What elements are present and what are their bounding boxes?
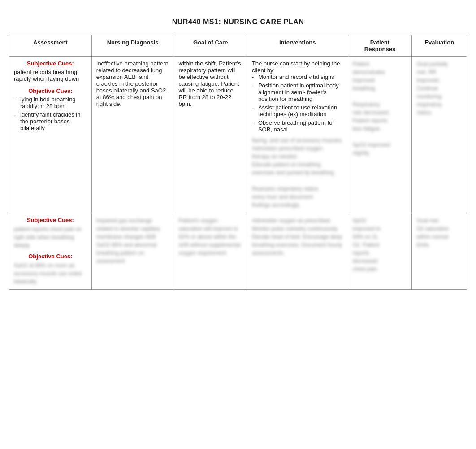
goal-cell-2: Patient's oxygen saturation will improve… (174, 213, 247, 290)
list-item: Assist patient to use relaxation techniq… (252, 104, 343, 118)
evaluation-blurred: Goal partiallymet. RRimproved. Continuem… (416, 60, 462, 117)
subjective-text: patient reports breathing rapidly when l… (14, 69, 79, 82)
list-item: lying in bed breathing rapidly: rr 28 bp… (14, 96, 87, 109)
evaluation-cell: Goal partiallymet. RRimproved. Continuem… (412, 57, 467, 213)
subjective-label: Subjective Cues: (14, 60, 87, 67)
evaluation-cell-2: Goal met.O2 saturationwithin normallimit… (412, 213, 467, 290)
objective-text-2-blurred: SaO2 at 86% on room air, accessory muscl… (14, 262, 87, 286)
subjective-label-2: Subjective Cues: (14, 217, 87, 223)
assessment-cell-2: Subjective Cues: patient reports chest p… (9, 213, 92, 290)
evaluation-blurred-2: Goal met.O2 saturationwithin normallimit… (416, 217, 462, 249)
interventions-blurred-2: Administer oxygen as prescribed. Monitor… (252, 217, 343, 257)
patient-responses-blurred: Patientdemonstratesimprovedbreathing. Re… (353, 60, 407, 157)
header-assessment: Assessment (9, 35, 92, 57)
patient-responses-blurred-2: SpO2improved to93% on 2LO2. Patientrepor… (353, 217, 407, 273)
goal-text: within the shift, Patient's respiratory … (179, 60, 241, 107)
table-row: Subjective Cues: patient reports chest p… (9, 213, 467, 290)
interventions-intro: The nurse can start by helping the clien… (252, 60, 340, 74)
objective-label-2: Objective Cues: (14, 253, 87, 260)
page-wrapper: NUR440 MS1: NURSING CARE PLAN Assessment… (0, 0, 476, 299)
interventions-cell: The nurse can start by helping the clien… (247, 57, 348, 213)
diagnosis-text: Ineffective breathing pattern related to… (96, 60, 169, 107)
goal-cell: within the shift, Patient's respiratory … (174, 57, 247, 213)
interventions-cell-2: Administer oxygen as prescribed. Monitor… (247, 213, 348, 290)
list-item: Observe breathing pattern for SOB, nasal (252, 119, 343, 133)
assessment-cell: Subjective Cues: patient reports breathi… (9, 57, 92, 213)
page-title: NUR440 MS1: NURSING CARE PLAN (9, 18, 467, 26)
header-goal: Goal of Care (174, 35, 247, 57)
list-item: identify faint crackles in the posterior… (14, 111, 87, 131)
care-plan-table: Assessment Nursing Diagnosis Goal of Car… (9, 35, 467, 290)
objective-list: lying in bed breathing rapidly: rr 28 bp… (14, 96, 87, 131)
interventions-blurred-continuation: flaring, and use of accessory muscles. A… (252, 136, 343, 209)
list-item: Monitor and record vital signs (252, 74, 343, 80)
subjective-text-2-blurred: patient reports chest pain on right side… (14, 225, 87, 249)
patient-responses-cell-2: SpO2improved to93% on 2LO2. Patientrepor… (348, 213, 412, 290)
objective-label: Objective Cues: (14, 87, 87, 94)
header-evaluation: Evaluation (412, 35, 467, 57)
table-header-row: Assessment Nursing Diagnosis Goal of Car… (9, 35, 467, 57)
diagnosis-cell: Ineffective breathing pattern related to… (91, 57, 174, 213)
patient-responses-cell: Patientdemonstratesimprovedbreathing. Re… (348, 57, 412, 213)
goal-blurred: Patient's oxygen saturation will improve… (179, 217, 242, 257)
table-row: Subjective Cues: patient reports breathi… (9, 57, 467, 213)
interventions-list: Monitor and record vital signs Position … (252, 74, 343, 133)
diagnosis-blurred: Impaired gas exchange related to alveola… (96, 217, 169, 265)
header-diagnosis: Nursing Diagnosis (91, 35, 174, 57)
header-interventions: Interventions (247, 35, 348, 57)
diagnosis-cell-2: Impaired gas exchange related to alveola… (91, 213, 174, 290)
header-patient-responses: PatientResponses (348, 35, 412, 57)
list-item: Position patient in optimal body alignme… (252, 82, 343, 102)
